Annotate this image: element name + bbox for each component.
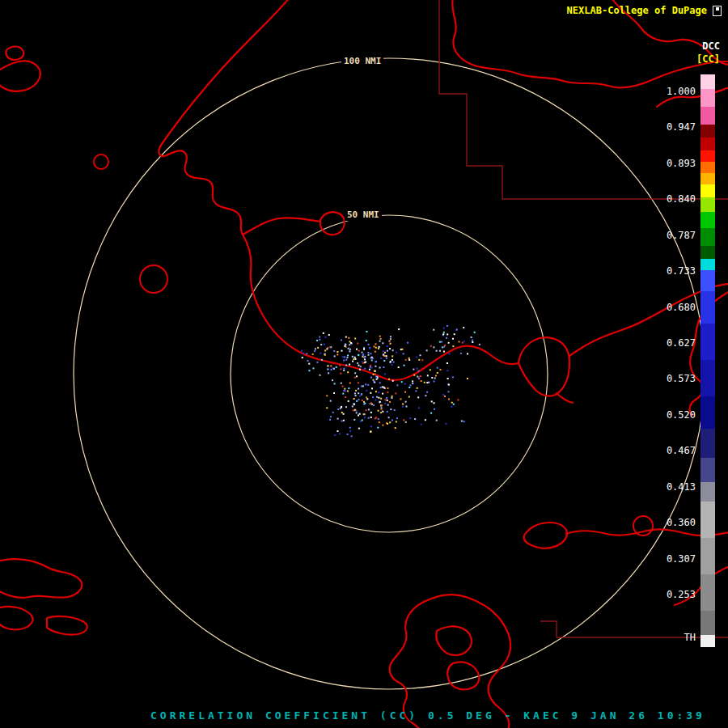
- radar-echo-pixel: [391, 397, 392, 399]
- radar-echo-pixel: [395, 392, 396, 394]
- radar-echo-pixel: [372, 396, 374, 398]
- color-scale-segment: [700, 212, 715, 228]
- radar-echo-pixel: [392, 359, 393, 361]
- radar-echo-pixel: [413, 369, 414, 370]
- radar-echo-pixel: [401, 349, 403, 350]
- radar-echo-pixel: [382, 393, 383, 395]
- coastline: [436, 626, 472, 655]
- radar-echo-pixel: [426, 349, 428, 351]
- radar-echo-pixel: [336, 351, 338, 353]
- radar-echo-pixel: [345, 364, 347, 366]
- radar-echo-pixel: [344, 390, 345, 392]
- radar-echo-pixel: [441, 341, 442, 343]
- radar-echo-pixel: [376, 396, 378, 398]
- radar-echo-pixel: [317, 347, 319, 349]
- radar-echo-pixel: [405, 359, 407, 361]
- radar-echo-pixel: [319, 339, 320, 341]
- radar-echo-pixel: [471, 336, 472, 338]
- radar-echo-pixel: [332, 379, 333, 381]
- radar-echo-pixel: [383, 353, 384, 355]
- radar-echo-pixel: [437, 372, 438, 374]
- outer-range-ring-label: 100 NMI: [341, 55, 383, 67]
- coastline: [243, 218, 320, 235]
- radar-echo-pixel: [463, 327, 464, 328]
- radar-echo-pixel: [396, 421, 397, 422]
- radar-echo-pixel: [396, 417, 398, 419]
- radar-echo-pixel: [383, 355, 385, 357]
- radar-echo-pixel: [333, 368, 335, 370]
- coastline: [557, 393, 573, 403]
- radar-echo-pixel: [440, 369, 442, 370]
- color-scale-segment: [700, 429, 715, 458]
- radar-echo-pixel: [433, 329, 434, 331]
- color-scale-bar: [700, 74, 715, 647]
- radar-echo-pixel: [390, 343, 392, 345]
- radar-echo-pixel: [408, 387, 410, 388]
- radar-echo-pixel: [421, 359, 423, 361]
- radar-echo-pixel: [443, 328, 445, 329]
- radar-echo-pixel: [328, 372, 329, 374]
- radar-echo-pixel: [413, 375, 415, 376]
- color-scale-tick-label: 0.253: [647, 589, 696, 600]
- radar-echo-pixel: [353, 409, 354, 411]
- color-scale-segment: [700, 138, 715, 150]
- radar-echo-pixel: [332, 412, 334, 413]
- radar-echo-pixel: [331, 369, 332, 370]
- color-scale-segment: [700, 107, 715, 125]
- radar-echo-pixel: [358, 382, 359, 383]
- radar-echo-pixel: [360, 366, 362, 367]
- radar-echo-pixel: [356, 375, 358, 377]
- radar-echo-pixel: [418, 370, 420, 372]
- radar-echo-pixel: [333, 350, 335, 352]
- radar-echo-pixel: [379, 421, 380, 423]
- radar-echo-pixel: [452, 338, 454, 340]
- radar-echo-pixel: [414, 418, 416, 420]
- radar-echo-pixel: [439, 350, 441, 352]
- color-scale-segment: [700, 173, 715, 184]
- radar-echo-pixel: [384, 352, 386, 353]
- radar-echo-pixel: [389, 341, 391, 342]
- radar-echo-pixel: [387, 345, 388, 347]
- radar-echo-pixel: [452, 345, 454, 347]
- radar-echo-pixel: [472, 340, 473, 341]
- radar-echo-pixel: [370, 377, 372, 379]
- radar-echo-pixel: [343, 413, 345, 415]
- threshold-label: TH: [647, 632, 696, 643]
- radar-echo-pixel: [375, 343, 377, 345]
- radar-echo-pixel: [460, 353, 462, 354]
- radar-echo-pixel: [365, 362, 366, 363]
- radar-echo-pixel: [321, 359, 323, 361]
- product-unit-label: [CC]: [696, 53, 720, 65]
- radar-echo-pixel: [377, 427, 379, 429]
- radar-echo-pixel: [403, 419, 404, 421]
- coastline: [159, 0, 518, 380]
- radar-echo-pixel: [457, 399, 459, 400]
- radar-echo-pixel: [444, 345, 446, 346]
- radar-echo-pixel: [459, 341, 460, 343]
- radar-echo-pixel: [336, 353, 338, 355]
- radar-echo-pixel: [379, 401, 381, 403]
- radar-echo-pixel: [430, 369, 431, 370]
- radar-echo-pixel: [354, 338, 356, 340]
- radar-echo-pixel: [392, 420, 393, 421]
- radar-echo-pixel: [303, 353, 304, 354]
- radar-echo-pixel: [363, 357, 365, 358]
- color-scale-segment: [700, 228, 715, 246]
- radar-echo-pixel: [344, 388, 345, 390]
- radar-echo-pixel: [387, 387, 389, 389]
- radar-echo-pixel: [451, 406, 452, 408]
- radar-echo-pixel: [382, 386, 383, 387]
- radar-echo-pixel: [364, 358, 366, 360]
- color-scale-tick-label: 0.573: [647, 373, 696, 384]
- radar-echo-pixel: [442, 346, 443, 348]
- inner-range-ring-label: 50 NMI: [345, 209, 382, 221]
- radar-echo-pixel: [345, 346, 346, 348]
- color-scale-segment: [700, 259, 715, 270]
- color-scale-tick-label: 1.000: [647, 86, 696, 97]
- radar-echo-pixel: [313, 367, 315, 369]
- radar-echo-pixel: [430, 345, 432, 347]
- color-scale-tick-label: 0.947: [647, 121, 696, 133]
- color-scale-tick-label: 0.627: [647, 337, 696, 349]
- radar-echo-pixel: [361, 393, 362, 395]
- radar-echo-pixel: [370, 425, 372, 427]
